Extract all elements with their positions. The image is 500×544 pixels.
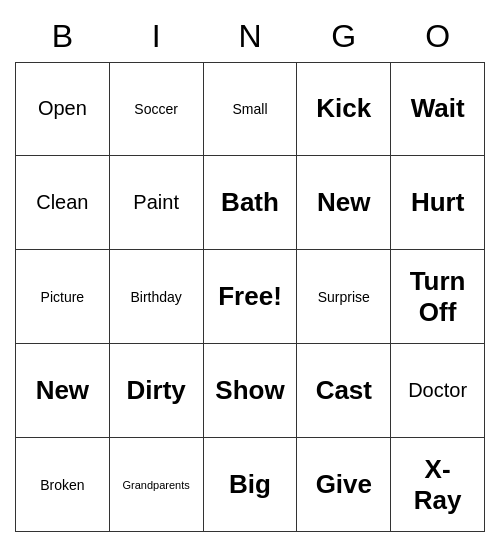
bingo-cell: Soccer (109, 62, 203, 156)
bingo-cell: Give (297, 438, 391, 532)
bingo-header-cell: I (109, 12, 203, 62)
bingo-cell: Surprise (297, 250, 391, 344)
bingo-cell: Open (16, 62, 110, 156)
bingo-row: CleanPaintBathNewHurt (16, 156, 485, 250)
bingo-cell: Dirty (109, 344, 203, 438)
bingo-header-cell: B (16, 12, 110, 62)
bingo-header: BINGO (16, 12, 485, 62)
bingo-cell: Broken (16, 438, 110, 532)
bingo-cell: Small (203, 62, 297, 156)
bingo-row: OpenSoccerSmallKickWait (16, 62, 485, 156)
bingo-cell: Kick (297, 62, 391, 156)
bingo-cell: New (297, 156, 391, 250)
bingo-cell: Bath (203, 156, 297, 250)
bingo-cell: Picture (16, 250, 110, 344)
bingo-cell: Cast (297, 344, 391, 438)
bingo-cell: Big (203, 438, 297, 532)
bingo-header-cell: G (297, 12, 391, 62)
bingo-card: BINGO OpenSoccerSmallKickWaitCleanPaintB… (15, 12, 485, 532)
bingo-cell: Hurt (391, 156, 485, 250)
bingo-row: PictureBirthdayFree!SurpriseTurnOff (16, 250, 485, 344)
bingo-cell: X-Ray (391, 438, 485, 532)
bingo-cell: Birthday (109, 250, 203, 344)
bingo-cell: Paint (109, 156, 203, 250)
bingo-cell: Show (203, 344, 297, 438)
bingo-cell: Clean (16, 156, 110, 250)
bingo-cell: Wait (391, 62, 485, 156)
bingo-cell: Free! (203, 250, 297, 344)
bingo-cell: Doctor (391, 344, 485, 438)
bingo-row: NewDirtyShowCastDoctor (16, 344, 485, 438)
bingo-header-cell: O (391, 12, 485, 62)
bingo-header-cell: N (203, 12, 297, 62)
bingo-cell: TurnOff (391, 250, 485, 344)
bingo-row: BrokenGrandparentsBigGiveX-Ray (16, 438, 485, 532)
bingo-cell: New (16, 344, 110, 438)
bingo-cell: Grandparents (109, 438, 203, 532)
bingo-body: OpenSoccerSmallKickWaitCleanPaintBathNew… (16, 62, 485, 532)
